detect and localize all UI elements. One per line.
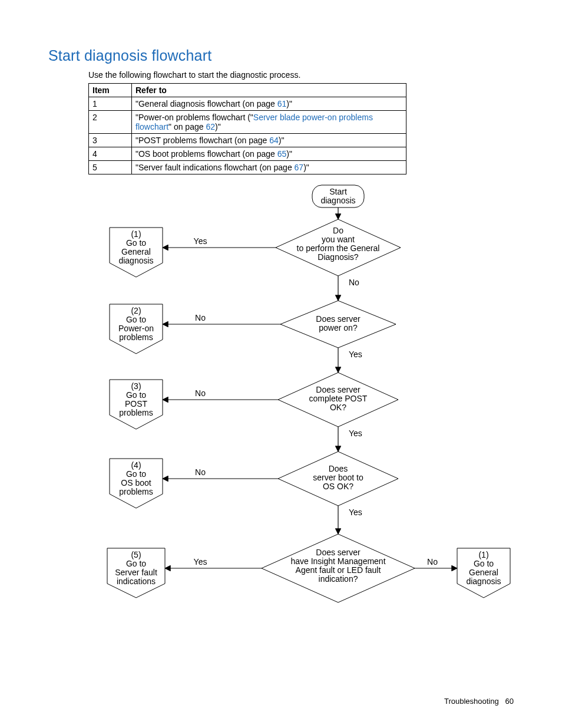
o4-text: (4)	[131, 460, 141, 470]
page-link[interactable]: 62	[206, 122, 215, 131]
o2-text: problems	[119, 332, 153, 342]
label-yes: Yes	[194, 557, 207, 566]
page-link[interactable]: 64	[269, 136, 279, 145]
page-title: Start diagnosis flowchart	[48, 47, 514, 64]
label-yes: Yes	[349, 350, 362, 359]
d4-text: server boot to	[313, 473, 363, 482]
reference-table: Item Refer to 1 "General diagnosis flowc…	[88, 83, 406, 174]
start-text: diagnosis	[320, 196, 355, 205]
label-yes: Yes	[194, 236, 207, 246]
label-no: No	[195, 313, 206, 322]
table-row: 3 "POST problems flowchart (on page 64)"	[89, 134, 406, 147]
d5-text: Does server	[316, 548, 361, 557]
d1-text: to perform the General	[297, 243, 380, 253]
d2-text: Does server	[316, 314, 361, 324]
th-refer: Refer to	[132, 84, 406, 97]
table-row: 1 "General diagnosis flowchart (on page …	[89, 97, 406, 111]
table-row: 2 "Power-on problems flowchart ("Server …	[89, 111, 406, 134]
cell-item: 1	[89, 97, 132, 111]
d1-text: Diagnosis?	[318, 252, 358, 262]
d4-text: OS OK?	[323, 482, 353, 491]
footer-page: 60	[505, 697, 514, 706]
o4-text: Go to	[126, 469, 146, 479]
o6-text: Go to	[474, 559, 494, 568]
page-link[interactable]: 61	[277, 99, 287, 108]
o1-text: Go to	[126, 238, 146, 248]
d3-text: Does server	[316, 385, 361, 394]
cell-refer: "POST problems flowchart (on page 64)"	[132, 134, 406, 147]
o2-text: Power-on	[118, 324, 154, 333]
o1-text: diagnosis	[118, 256, 153, 265]
cell-refer: "Server fault indications flowchart (on …	[132, 161, 406, 174]
o6-text: General	[469, 568, 498, 577]
label-no: No	[349, 278, 359, 287]
table-row: 4 "OS boot problems flowchart (on page 6…	[89, 147, 406, 161]
o5-text: Server fault	[115, 568, 157, 577]
o5-text: (5)	[131, 550, 141, 559]
intro-text: Use the following flowchart to start the…	[88, 70, 514, 80]
cell-refer: "General diagnosis flowchart (on page 61…	[132, 97, 406, 111]
label-no: No	[195, 388, 206, 398]
o3-text: (3)	[131, 381, 141, 391]
o3-text: POST	[125, 399, 148, 409]
label-yes: Yes	[349, 508, 362, 517]
o3-text: Go to	[126, 390, 146, 400]
page-link[interactable]: 65	[277, 149, 287, 159]
o6-text: (1)	[478, 550, 488, 559]
footer-section: Troubleshooting	[444, 697, 499, 706]
o1-text: General	[121, 247, 151, 256]
o2-text: Go to	[126, 315, 146, 324]
cell-item: 2	[89, 111, 132, 134]
d2-text: power on?	[319, 323, 358, 332]
th-item: Item	[89, 84, 132, 97]
d1-text: you want	[322, 235, 355, 244]
page-footer: Troubleshooting 60	[444, 697, 514, 706]
o5-text: Go to	[126, 559, 146, 568]
d5-text: indication?	[319, 574, 358, 584]
cell-refer: "Power-on problems flowchart ("Server bl…	[132, 111, 406, 134]
start-text: Start	[329, 187, 347, 196]
cell-item: 3	[89, 134, 132, 147]
flowchart: Start diagnosis Do you want to perform t…	[88, 184, 524, 644]
o5-text: indications	[117, 577, 156, 586]
o2-text: (2)	[131, 306, 141, 315]
d5-text: Agent fault or LED fault	[296, 565, 381, 575]
label-no: No	[195, 467, 206, 477]
label-yes: Yes	[349, 429, 362, 438]
o4-text: problems	[119, 487, 153, 496]
table-row: 5 "Server fault indications flowchart (o…	[89, 161, 406, 174]
d4-text: Does	[329, 464, 348, 473]
d1-text: Do	[333, 226, 343, 235]
o1-text: (1)	[131, 229, 141, 239]
o6-text: diagnosis	[466, 577, 501, 586]
o3-text: problems	[119, 408, 153, 417]
d3-text: complete POST	[309, 394, 368, 403]
d5-text: have Insight Management	[290, 556, 385, 566]
d3-text: OK?	[330, 403, 346, 412]
label-no: No	[427, 557, 438, 566]
o4-text: OS boot	[121, 478, 151, 487]
cell-refer: "OS boot problems flowchart (on page 65)…	[132, 147, 406, 161]
page-link[interactable]: 67	[295, 163, 304, 172]
cell-item: 4	[89, 147, 132, 161]
cell-item: 5	[89, 161, 132, 174]
